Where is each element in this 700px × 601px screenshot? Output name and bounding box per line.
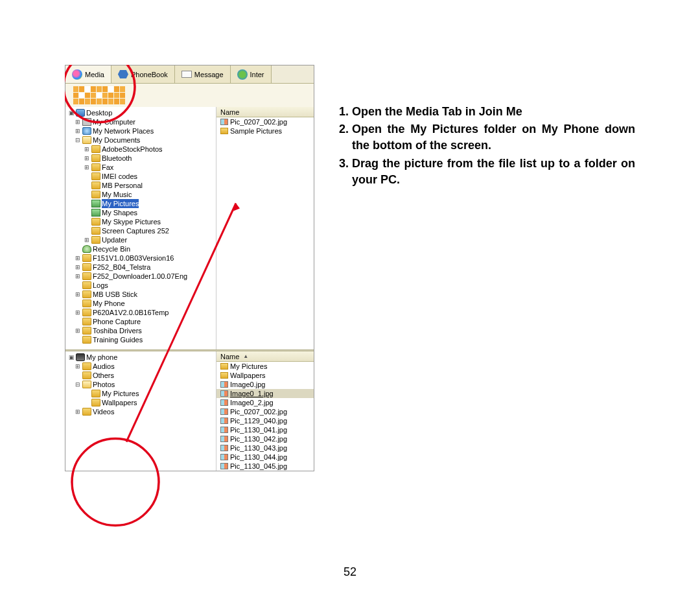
file-item[interactable]: My Pictures <box>216 362 314 371</box>
image-file-icon <box>220 463 228 469</box>
file-name: Pic_1129_040.jpg <box>230 417 287 425</box>
pc-file-list[interactable]: Name Pic_0207_002.jpgSample Pictures <box>216 107 314 349</box>
tab-media[interactable]: Media <box>65 65 111 83</box>
tree-label: P620A1V2.0.0B16Temp <box>93 308 169 317</box>
tree-item[interactable]: Screen Captures 252 <box>67 226 215 235</box>
tab-message[interactable]: Message <box>175 65 231 83</box>
tree-label: AdobeStockPhotos <box>102 145 163 154</box>
tree-item[interactable]: ⊞Videos <box>67 407 215 416</box>
tree-label: My Network Places <box>93 126 154 136</box>
file-item[interactable]: Pic_1129_040.jpg <box>216 416 314 425</box>
tree-item[interactable]: ⊞My Network Places <box>67 126 215 136</box>
folder-icon <box>91 209 100 217</box>
tab-label: PhoneBook <box>131 71 168 78</box>
pc-folder-tree[interactable]: ▣Desktop⊞My Computer⊞My Network Places⊟M… <box>65 107 216 349</box>
tree-item[interactable]: ⊞AdobeStockPhotos <box>67 145 215 154</box>
phone-folder-tree[interactable]: ▣My phone⊞AudiosOthers⊟PhotosMy Pictures… <box>65 351 216 471</box>
tree-item[interactable]: Phone Capture <box>67 317 215 326</box>
instruction-item: Open the My Pictures folder on My Phone … <box>352 121 635 154</box>
tree-label: Photos <box>93 380 115 389</box>
folder-icon <box>220 128 228 134</box>
tree-item[interactable]: Wallpapers <box>67 398 215 407</box>
folder-icon <box>82 118 91 126</box>
file-item[interactable]: Pic_0207_002.jpg <box>216 407 314 416</box>
tree-item[interactable]: ⊞MB USB Stick <box>67 290 215 299</box>
column-header-name[interactable]: Name <box>216 107 314 117</box>
desktop-icon <box>76 109 85 117</box>
folder-icon <box>82 371 91 379</box>
instruction-list: Open the Media Tab in Join MeOpen the My… <box>334 104 635 188</box>
tree-item[interactable]: ⊟My Documents <box>67 136 215 145</box>
tree-item[interactable]: ⊞My Computer <box>67 117 215 126</box>
tree-item[interactable]: IMEI codes <box>67 172 215 181</box>
folder-icon <box>82 245 91 253</box>
tree-item[interactable]: MB Personal <box>67 181 215 190</box>
tree-item[interactable]: ⊞F151V1.0.0B03Version16 <box>67 253 215 263</box>
file-name: Pic_0207_002.jpg <box>230 118 287 126</box>
tree-root[interactable]: ▣My phone <box>67 353 215 362</box>
file-item[interactable]: Image0_1.jpg <box>216 389 314 398</box>
file-item[interactable]: Pic_1130_043.jpg <box>216 443 314 453</box>
tree-item[interactable]: Logs <box>67 281 215 290</box>
file-item[interactable]: Pic_1130_041.jpg <box>216 425 314 434</box>
tab-bar: MediaPhoneBookMessageInter <box>65 65 314 84</box>
phone-icon <box>76 353 85 361</box>
tree-label: My Pictures <box>102 199 139 208</box>
tree-item[interactable]: My Shapes <box>67 208 215 217</box>
tree-label: Toshiba Drivers <box>93 326 142 335</box>
tree-item[interactable]: Training Guides <box>67 335 215 344</box>
tree-item[interactable]: My Pictures <box>67 389 215 398</box>
column-header-name[interactable]: Name ▲ <box>216 351 314 362</box>
file-item[interactable]: Pic_0207_002.jpg <box>216 117 314 126</box>
file-name: Pic_1130_044.jpg <box>230 453 287 461</box>
tree-item[interactable]: ⊞P620A1V2.0.0B16Temp <box>67 308 215 317</box>
file-item[interactable]: Image0_2.jpg <box>216 398 314 407</box>
tree-item[interactable]: ⊞Updater <box>67 235 215 244</box>
tree-item[interactable]: My Music <box>67 190 215 199</box>
tree-label: Screen Captures 252 <box>102 226 169 235</box>
tree-item[interactable]: My Skype Pictures <box>67 217 215 226</box>
file-item[interactable]: Wallpapers <box>216 371 314 380</box>
folder-icon <box>82 327 91 335</box>
image-file-icon <box>220 399 228 406</box>
file-name: Image0.jpg <box>230 381 265 388</box>
tree-root[interactable]: ▣Desktop <box>67 108 215 117</box>
tree-item[interactable]: ⊞Fax <box>67 163 215 172</box>
tree-label: Recycle Bin <box>93 244 130 253</box>
tree-label: MB Personal <box>102 181 143 190</box>
file-item[interactable]: Sample Pictures <box>216 126 314 136</box>
file-item[interactable]: Pic_1130_044.jpg <box>216 453 314 462</box>
tree-item[interactable]: ⊞F252_Downloader1.00.07Eng <box>67 272 215 281</box>
tree-label: Training Guides <box>93 335 143 344</box>
tree-label: Phone Capture <box>93 317 141 326</box>
image-file-icon <box>220 390 228 397</box>
file-item[interactable]: Pic_1130_042.jpg <box>216 434 314 443</box>
file-name: Pic_1130_041.jpg <box>230 426 287 434</box>
image-file-icon <box>220 418 228 424</box>
folder-icon <box>91 218 100 226</box>
phone-file-list[interactable]: Name ▲ My PicturesWallpapersImage0.jpgIm… <box>216 351 314 471</box>
file-item[interactable]: Pic_1130_045.jpg <box>216 462 314 471</box>
tree-label: Bluetooth <box>102 154 132 163</box>
tab-phonebook[interactable]: PhoneBook <box>111 65 175 83</box>
file-item[interactable]: Image0.jpg <box>216 380 314 389</box>
instructions-text: Open the Media Tab in Join MeOpen the My… <box>334 65 635 562</box>
folder-icon <box>220 372 228 379</box>
tree-item[interactable]: My Pictures <box>67 199 215 208</box>
tree-item[interactable]: ⊞Audios <box>67 362 215 371</box>
tree-item[interactable]: ⊟Photos <box>67 380 215 389</box>
tab-inter[interactable]: Inter <box>231 65 272 83</box>
tree-item[interactable]: Recycle Bin <box>67 244 215 253</box>
tree-item[interactable]: ⊞Toshiba Drivers <box>67 326 215 335</box>
file-name: Wallpapers <box>230 371 266 379</box>
image-file-icon <box>220 445 228 451</box>
tree-item[interactable]: Others <box>67 371 215 380</box>
tree-label: My Computer <box>93 117 135 126</box>
folder-icon <box>82 136 91 144</box>
tree-item[interactable]: ⊞Bluetooth <box>67 154 215 163</box>
tree-item[interactable]: My Phone <box>67 299 215 308</box>
tree-item[interactable]: ⊞F252_B04_Telstra <box>67 263 215 272</box>
screenshot-panel: MediaPhoneBookMessageInter ▣Desktop⊞My C… <box>65 65 314 562</box>
folder-icon <box>91 145 100 153</box>
folder-icon <box>82 127 91 135</box>
